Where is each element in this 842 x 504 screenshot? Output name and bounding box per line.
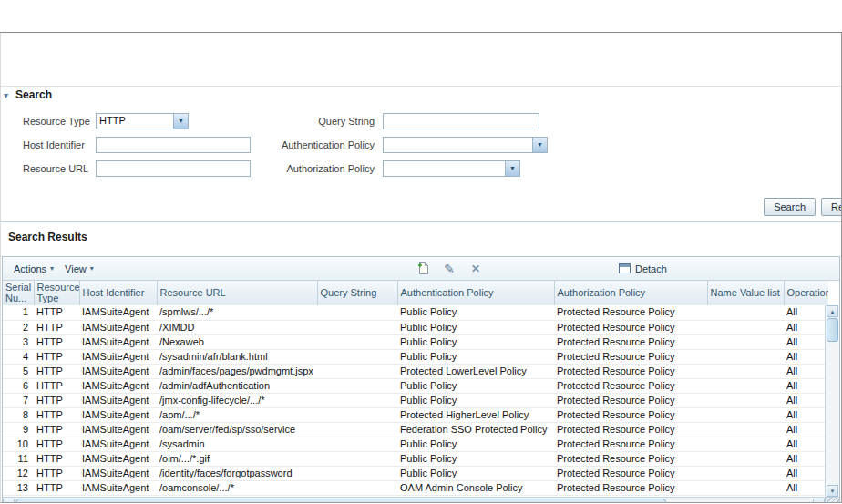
resource-type-select[interactable]: HTTP ▼ xyxy=(96,113,189,129)
pencil-icon: ✎ xyxy=(444,262,455,276)
detach-button[interactable]: Detach xyxy=(619,257,667,280)
cell-authn: Public Policy xyxy=(397,349,554,364)
resize-gripper[interactable] xyxy=(825,497,839,502)
column-header-8[interactable]: Operations xyxy=(784,281,828,305)
resource-type-label: Resource Type xyxy=(23,116,96,127)
column-header-4[interactable]: Query String xyxy=(317,281,397,305)
results-header-table: Serial Nu...Resource TypeHost Identifier… xyxy=(3,281,828,305)
query-string-row: Query String xyxy=(272,112,548,129)
cell-serial: 5 xyxy=(3,364,34,378)
cell-serial: 4 xyxy=(3,349,34,364)
cell-url: /sysadmin xyxy=(157,437,317,451)
table-row[interactable]: 2HTTPIAMSuiteAgent/XIMDDPublic PolicyPro… xyxy=(3,320,828,334)
cell-nvl xyxy=(707,437,784,451)
cell-query xyxy=(317,393,397,407)
cell-authn: Public Policy xyxy=(397,393,554,407)
search-form-right-column: Query String Authentication Policy ▼ Aut… xyxy=(272,112,548,183)
cell-host: IAMSuiteAgent xyxy=(79,480,157,495)
table-row[interactable]: 12HTTPIAMSuiteAgent/identity/faces/forgo… xyxy=(3,466,828,480)
dropdown-arrow-icon[interactable]: ▼ xyxy=(532,138,547,152)
dropdown-arrow-icon[interactable]: ▼ xyxy=(173,114,188,129)
authorization-policy-select[interactable]: ▼ xyxy=(383,160,520,177)
cell-serial: 9 xyxy=(3,422,34,437)
column-header-6[interactable]: Authorization Policy xyxy=(554,281,707,305)
resource-type-row: Resource Type HTTP ▼ xyxy=(23,112,251,129)
cell-ops: All xyxy=(784,364,828,378)
actions-menu[interactable]: Actions ▾ xyxy=(14,263,54,274)
table-row[interactable]: 9HTTPIAMSuiteAgent/oam/server/fed/sp/sso… xyxy=(3,422,828,437)
table-row[interactable]: 8HTTPIAMSuiteAgent/apm/.../*Protected Hi… xyxy=(3,407,828,422)
scroll-up-icon[interactable]: ▲ xyxy=(827,305,838,317)
authentication-policy-value xyxy=(384,138,532,152)
column-header-0[interactable]: Serial Nu... xyxy=(3,281,34,305)
vertical-scrollbar[interactable]: ▲ ▼ xyxy=(825,305,839,497)
scroll-right-icon[interactable]: ► xyxy=(813,499,825,502)
cell-serial: 2 xyxy=(3,320,34,334)
results-grid-body: 1HTTPIAMSuiteAgent/spmlws/.../*Public Po… xyxy=(3,305,828,497)
search-panel-header[interactable]: ▾ Search xyxy=(1,87,841,103)
cell-serial: 6 xyxy=(3,378,34,393)
delete-button[interactable]: ✕ xyxy=(467,261,484,277)
cell-ops: All xyxy=(784,437,828,451)
column-header-5[interactable]: Authentication Policy xyxy=(397,281,554,305)
create-button[interactable] xyxy=(415,261,431,277)
scroll-left-icon[interactable]: ◄ xyxy=(3,499,15,502)
search-button[interactable]: Search xyxy=(764,198,816,216)
host-identifier-input[interactable] xyxy=(96,137,251,153)
horizontal-scrollbar[interactable]: ◄ ► xyxy=(3,497,825,502)
cell-query xyxy=(317,466,397,480)
table-row[interactable]: 6HTTPIAMSuiteAgent/admin/adfAuthenticati… xyxy=(3,378,828,393)
table-row[interactable]: 11HTTPIAMSuiteAgent/oim/.../*.gifPublic … xyxy=(3,451,828,466)
cell-serial: 10 xyxy=(3,437,34,451)
table-row[interactable]: 13HTTPIAMSuiteAgent/oamconsole/.../*OAM … xyxy=(3,480,828,495)
cell-url: /oam/server/fed/sp/sso/service xyxy=(157,422,317,437)
column-header-2[interactable]: Host Identifier xyxy=(79,281,157,305)
table-row[interactable]: 7HTTPIAMSuiteAgent/jmx-config-lifecycle/… xyxy=(3,393,828,407)
page-content: ▾ Search Resource Type HTTP ▼ Host Ident… xyxy=(1,33,841,502)
resource-url-row: Resource URL xyxy=(23,159,251,177)
edit-button[interactable]: ✎ xyxy=(441,261,457,277)
cell-query xyxy=(317,407,397,422)
cell-query xyxy=(317,437,397,451)
cell-ops: All xyxy=(784,407,828,422)
cell-authz: Protected Resource Policy xyxy=(554,480,707,495)
query-string-input[interactable] xyxy=(383,113,539,129)
table-row[interactable]: 10HTTPIAMSuiteAgent/sysadminPublic Polic… xyxy=(3,437,828,451)
cell-type: HTTP xyxy=(34,320,79,334)
cell-authz: Protected Resource Policy xyxy=(554,393,707,407)
results-table-container: Actions ▾ View ▾ xyxy=(2,256,840,502)
oam-resources-page: ▾ Search Resource Type HTTP ▼ Host Ident… xyxy=(0,0,842,504)
delete-x-icon: ✕ xyxy=(471,262,480,275)
horizontal-scrollbar-thumb[interactable] xyxy=(15,499,666,502)
cell-serial: 3 xyxy=(3,334,34,349)
cell-url: /jmx-config-lifecycle/.../* xyxy=(157,393,317,407)
authorization-policy-label: Authorization Policy xyxy=(272,163,375,174)
column-header-3[interactable]: Resource URL xyxy=(157,281,317,305)
column-header-1[interactable]: Resource Type xyxy=(34,281,79,305)
cell-nvl xyxy=(707,349,784,364)
authentication-policy-select[interactable]: ▼ xyxy=(383,137,548,153)
cell-authz: Protected Resource Policy xyxy=(554,422,707,437)
cell-host: IAMSuiteAgent xyxy=(79,334,157,349)
table-row[interactable]: 1HTTPIAMSuiteAgent/spmlws/.../*Public Po… xyxy=(3,305,828,320)
resource-url-input[interactable] xyxy=(96,160,251,177)
scroll-down-icon[interactable]: ▼ xyxy=(827,485,838,497)
cell-authn: Protected HigherLevel Policy xyxy=(397,407,554,422)
column-header-7[interactable]: Name Value list xyxy=(707,281,784,305)
collapse-section-icon[interactable]: ▾ xyxy=(4,90,14,100)
vertical-scrollbar-thumb[interactable] xyxy=(827,318,838,342)
reset-button[interactable]: Reset xyxy=(821,198,841,216)
table-row[interactable]: 3HTTPIAMSuiteAgent/NexawebPublic PolicyP… xyxy=(3,334,828,349)
cell-query xyxy=(317,349,397,364)
cell-url: /XIMDD xyxy=(157,320,317,334)
authentication-policy-label: Authentication Policy xyxy=(272,139,375,150)
table-row[interactable]: 4HTTPIAMSuiteAgent/sysadmin/afr/blank.ht… xyxy=(3,349,828,364)
cell-host: IAMSuiteAgent xyxy=(79,349,157,364)
cell-authz: Protected Resource Policy xyxy=(554,451,707,466)
dropdown-arrow-icon[interactable]: ▼ xyxy=(505,161,519,176)
table-row[interactable]: 5HTTPIAMSuiteAgent/admin/faces/pages/pwd… xyxy=(3,364,828,378)
toolbar-icon-group: ✎ ✕ xyxy=(415,257,484,280)
query-string-label: Query String xyxy=(272,116,375,127)
cell-nvl xyxy=(707,393,784,407)
view-menu[interactable]: View ▾ xyxy=(65,263,94,274)
